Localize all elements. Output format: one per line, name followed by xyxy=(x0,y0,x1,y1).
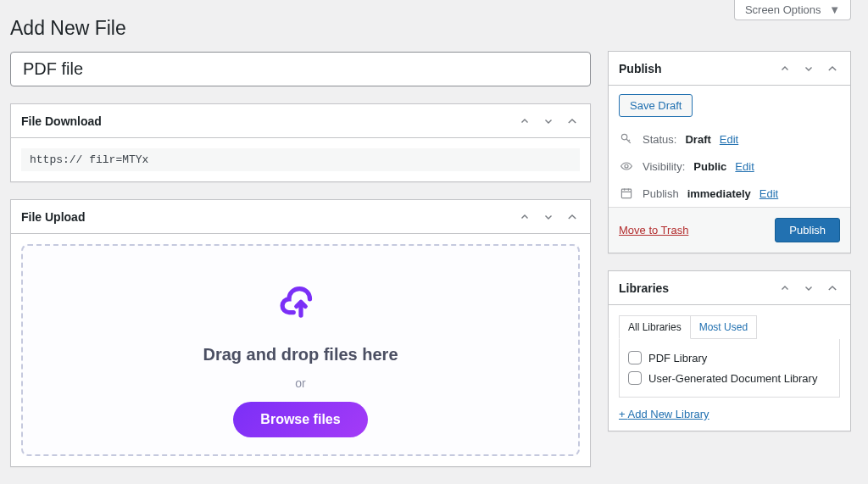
add-new-library-link[interactable]: Add New Library xyxy=(619,408,840,420)
publish-box: Publish Save Draft Status: Draft Edit xyxy=(608,51,851,253)
move-up-icon[interactable] xyxy=(777,281,793,296)
page-title: Add New File xyxy=(10,10,591,52)
visibility-row: Visibility: Public Edit xyxy=(609,153,850,180)
visibility-value: Public xyxy=(693,160,726,173)
upload-dropzone[interactable]: Drag and drop files here or Browse files xyxy=(21,244,580,456)
visibility-label: Visibility: xyxy=(643,160,685,173)
publish-on-value: immediately xyxy=(687,187,751,200)
download-url: https:// filr=MTYx xyxy=(21,148,580,171)
edit-schedule-link[interactable]: Edit xyxy=(760,187,778,200)
upload-heading: Drag and drop files here xyxy=(40,345,561,364)
status-row: Status: Draft Edit xyxy=(609,125,850,153)
toggle-panel-icon[interactable] xyxy=(825,61,840,76)
handle-actions xyxy=(777,61,840,76)
libraries-box: Libraries All Libraries Most Used PDF Li… xyxy=(608,270,851,431)
tab-most-used[interactable]: Most Used xyxy=(691,315,757,339)
publish-button[interactable]: Publish xyxy=(775,218,840,242)
key-icon xyxy=(619,132,634,146)
edit-visibility-link[interactable]: Edit xyxy=(735,160,754,173)
publish-minor-actions: Save Draft xyxy=(609,86,850,125)
toggle-panel-icon[interactable] xyxy=(825,281,840,296)
toggle-panel-icon[interactable] xyxy=(565,209,580,225)
publish-major-actions: Move to Trash Publish xyxy=(609,207,850,253)
chevron-down-icon: ▼ xyxy=(829,3,840,16)
library-checkbox[interactable] xyxy=(628,371,642,385)
edit-status-link[interactable]: Edit xyxy=(720,133,738,146)
move-up-icon[interactable] xyxy=(517,209,532,225)
screen-options-toggle[interactable]: Screen Options ▼ xyxy=(734,0,851,20)
library-item-label: PDF Library xyxy=(648,352,707,364)
handle-actions xyxy=(517,209,580,225)
library-checklist: PDF Library User-Generated Document Libr… xyxy=(619,339,840,398)
libraries-heading: Libraries xyxy=(619,281,669,295)
publish-on-label: Publish xyxy=(643,187,679,200)
library-item[interactable]: User-Generated Document Library xyxy=(628,368,831,388)
file-upload-heading: File Upload xyxy=(21,210,85,224)
file-download-box: File Download https:// filr=MTYx xyxy=(10,103,591,182)
eye-icon xyxy=(619,159,634,173)
move-up-icon[interactable] xyxy=(777,61,793,76)
upload-or-text: or xyxy=(40,376,561,390)
library-tabs: All Libraries Most Used xyxy=(619,315,840,339)
svg-point-0 xyxy=(621,134,626,139)
post-title-input[interactable] xyxy=(10,52,591,86)
move-down-icon[interactable] xyxy=(801,281,816,296)
libraries-header: Libraries xyxy=(609,271,850,305)
tab-all-libraries[interactable]: All Libraries xyxy=(619,315,691,339)
toggle-panel-icon[interactable] xyxy=(565,114,580,129)
file-download-header: File Download xyxy=(11,104,590,138)
move-up-icon[interactable] xyxy=(517,114,532,129)
file-upload-box: File Upload Drag and drop files here or … xyxy=(10,199,591,467)
library-item-label: User-Generated Document Library xyxy=(648,372,817,385)
library-item[interactable]: PDF Library xyxy=(628,348,831,368)
screen-options-label: Screen Options xyxy=(745,3,821,16)
file-upload-header: File Upload xyxy=(11,200,590,234)
status-label: Status: xyxy=(643,133,676,146)
publish-header: Publish xyxy=(609,52,850,86)
library-checkbox[interactable] xyxy=(628,351,642,364)
status-value: Draft xyxy=(685,133,710,146)
calendar-icon xyxy=(619,186,634,200)
file-download-heading: File Download xyxy=(21,114,102,128)
file-download-body: https:// filr=MTYx xyxy=(11,138,590,181)
schedule-row: Publish immediately Edit xyxy=(609,180,850,207)
move-to-trash-link[interactable]: Move to Trash xyxy=(619,224,688,236)
browse-files-button[interactable]: Browse files xyxy=(233,402,367,437)
move-down-icon[interactable] xyxy=(541,209,556,225)
publish-heading: Publish xyxy=(619,62,662,75)
svg-rect-2 xyxy=(621,189,631,197)
handle-actions xyxy=(777,281,840,296)
move-down-icon[interactable] xyxy=(801,61,816,76)
svg-point-1 xyxy=(625,164,628,168)
save-draft-button[interactable]: Save Draft xyxy=(619,94,693,117)
cloud-upload-icon xyxy=(40,280,561,330)
handle-actions xyxy=(517,114,580,129)
move-down-icon[interactable] xyxy=(541,114,556,129)
